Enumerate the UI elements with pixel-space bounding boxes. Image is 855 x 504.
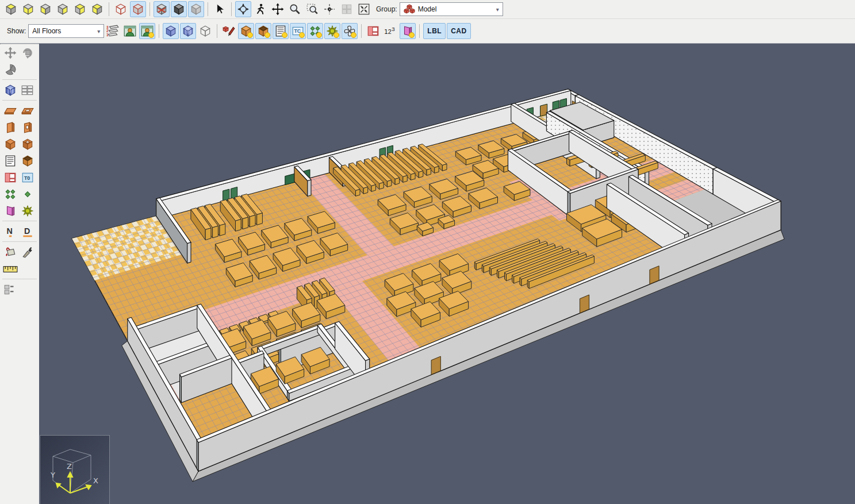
measure-tool-button[interactable] bbox=[2, 260, 19, 277]
group-dropdown[interactable]: Model ▾ bbox=[400, 2, 503, 16]
show-flat-button[interactable] bbox=[188, 1, 204, 17]
show-geometry-button[interactable] bbox=[163, 23, 179, 39]
cursor-icon bbox=[213, 3, 226, 16]
sidebar-empty-cell bbox=[19, 260, 36, 277]
show-occupants-button[interactable] bbox=[122, 23, 138, 39]
view-right-button[interactable] bbox=[55, 1, 71, 17]
add-to-button[interactable]: T0 bbox=[19, 169, 36, 186]
orbit-tool-button[interactable] bbox=[235, 1, 251, 17]
floor-levels-button[interactable]: 321 bbox=[105, 23, 121, 39]
rotate-view-button[interactable] bbox=[19, 44, 36, 61]
paint-results-button[interactable] bbox=[221, 23, 237, 39]
viewport-3d-scene[interactable] bbox=[39, 44, 855, 504]
sidebar-empty-cell bbox=[19, 281, 36, 298]
viewcube-top-icon bbox=[5, 3, 17, 16]
show-floors-dropdown[interactable]: All Floors ▾ bbox=[28, 24, 104, 38]
svg-text:2: 2 bbox=[388, 28, 392, 35]
svg-text:T0: T0 bbox=[24, 175, 30, 180]
add-slab-hole-button[interactable] bbox=[19, 102, 36, 119]
paint-bucket-icon bbox=[4, 246, 17, 259]
occupant-icon bbox=[123, 24, 137, 38]
add-slab-button[interactable] bbox=[2, 102, 19, 119]
orbit-view-button[interactable] bbox=[2, 61, 19, 78]
walk-tool-button[interactable] bbox=[252, 1, 269, 17]
zoom-target-tool-button[interactable] bbox=[321, 1, 338, 17]
eyedropper-icon bbox=[21, 246, 34, 259]
zoom-tool-button[interactable] bbox=[287, 1, 303, 17]
grid-snap-button[interactable] bbox=[339, 1, 355, 17]
show-triggers-button[interactable]: TC bbox=[290, 23, 306, 39]
select-tool-button[interactable] bbox=[212, 1, 228, 17]
add-wall-button[interactable] bbox=[2, 119, 19, 136]
view-left-button[interactable] bbox=[37, 1, 53, 17]
show-navmesh-button[interactable] bbox=[180, 23, 196, 39]
add-obstruction-button[interactable] bbox=[2, 136, 19, 152]
clip-region-filled-button[interactable] bbox=[130, 1, 146, 17]
axis-gizmo[interactable]: Z Y X bbox=[40, 435, 110, 504]
axis-y-label: Y bbox=[50, 471, 55, 479]
view-bottom-button[interactable] bbox=[20, 1, 36, 17]
toolbar-separator bbox=[361, 24, 362, 38]
cube-wire2-icon bbox=[199, 25, 212, 37]
paint-tool-button[interactable] bbox=[2, 244, 19, 260]
add-box-hole-button[interactable] bbox=[19, 136, 36, 152]
zoom-box-tool-button[interactable] bbox=[304, 1, 320, 17]
orbit-sphere-icon bbox=[4, 63, 17, 76]
add-gear-button[interactable] bbox=[19, 202, 36, 219]
show-occupant-paths-button[interactable] bbox=[139, 23, 155, 39]
application-window: { "toolbar_main": { "items": [ {"name":"… bbox=[0, 0, 855, 504]
show-solid-button[interactable] bbox=[171, 1, 187, 17]
sidebar-separator bbox=[2, 241, 37, 242]
chevron-down-icon: ▾ bbox=[490, 6, 499, 13]
grid-gray-icon bbox=[340, 3, 353, 16]
cube-blue-lit-icon bbox=[164, 25, 177, 37]
show-label: Show: bbox=[7, 27, 26, 35]
zoom-target-icon bbox=[323, 3, 336, 16]
add-open-box-button[interactable] bbox=[19, 152, 36, 169]
add-sources-button[interactable] bbox=[2, 186, 19, 202]
paint-cubes-icon bbox=[222, 24, 236, 38]
clip-region-button[interactable] bbox=[113, 1, 129, 17]
show-holes-button[interactable] bbox=[255, 23, 271, 39]
view-front-button[interactable] bbox=[72, 1, 88, 17]
show-fans-button[interactable] bbox=[342, 23, 358, 39]
show-logs-button[interactable] bbox=[273, 23, 289, 39]
viewport-3d[interactable]: Z Y X bbox=[39, 44, 855, 504]
cube-blue-icon bbox=[4, 84, 17, 97]
add-room-button[interactable] bbox=[2, 169, 19, 186]
show-materials-button[interactable] bbox=[154, 1, 170, 17]
room-half-icon bbox=[4, 171, 17, 184]
add-point-button[interactable] bbox=[19, 186, 36, 202]
show-obstructions-button[interactable] bbox=[238, 23, 254, 39]
view-top-button[interactable] bbox=[3, 1, 19, 17]
eyedropper-tool-button[interactable] bbox=[19, 244, 36, 260]
show-rooms-button[interactable] bbox=[365, 23, 381, 39]
toggle-labels-button[interactable]: LBL bbox=[423, 23, 446, 39]
dot-green-icon bbox=[21, 188, 34, 201]
letter-d-tool-button[interactable]: D bbox=[19, 223, 36, 240]
cube-grid-lit-icon bbox=[182, 25, 194, 37]
show-sources-button[interactable] bbox=[307, 23, 323, 39]
pan-tool-button[interactable] bbox=[270, 1, 286, 17]
add-log-button[interactable] bbox=[2, 152, 19, 169]
add-wall-hole-button[interactable] bbox=[19, 119, 36, 136]
show-wireframe-button[interactable] bbox=[197, 23, 213, 39]
toggle-cad-icon: CAD bbox=[447, 24, 470, 38]
show-gears-button[interactable] bbox=[324, 23, 340, 39]
zoom-fit-tool-button[interactable] bbox=[356, 1, 372, 17]
sidebar-separator bbox=[2, 100, 37, 101]
letter-n-tool-button[interactable]: N bbox=[2, 223, 19, 240]
pan-view-button[interactable] bbox=[2, 44, 19, 61]
group-cubes-icon bbox=[404, 4, 415, 14]
box-icon bbox=[4, 138, 17, 151]
properties-tool-button[interactable] bbox=[2, 281, 19, 298]
show-numbers-button[interactable]: 123 bbox=[382, 23, 398, 39]
view-back-button[interactable] bbox=[89, 1, 105, 17]
add-door-button[interactable] bbox=[2, 202, 19, 219]
pan-icon bbox=[271, 3, 284, 16]
toggle-cad-button[interactable]: CAD bbox=[447, 23, 471, 39]
box-hole-icon bbox=[21, 138, 34, 151]
floor-list-button[interactable] bbox=[19, 82, 36, 98]
show-doors-button[interactable] bbox=[400, 23, 416, 39]
model-3d-button[interactable] bbox=[2, 82, 19, 98]
